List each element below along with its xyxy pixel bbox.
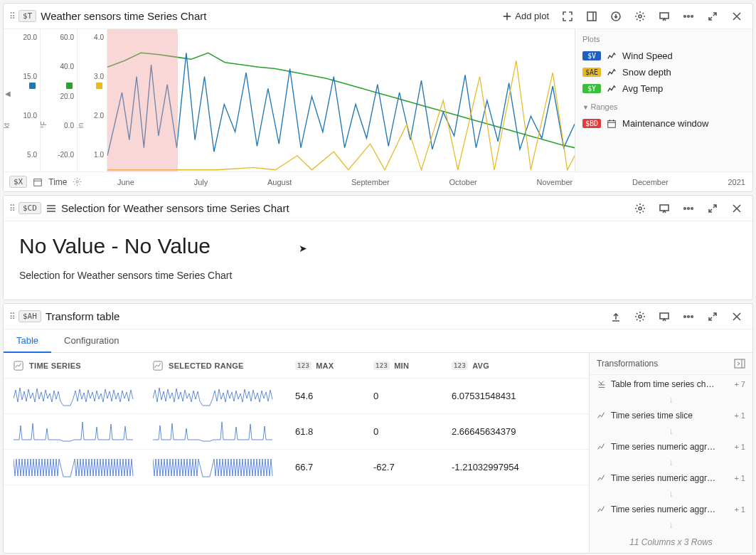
x-var-badge: $X (9, 176, 27, 188)
table-row[interactable]: 61.8 0 2.66645634379 (4, 414, 589, 450)
plus-icon (502, 11, 512, 21)
col-header-selected[interactable]: SELECTED RANGE (153, 361, 295, 371)
fit-icon[interactable] (558, 6, 577, 26)
svg-point-23 (639, 315, 641, 318)
cell-min: -62.7 (373, 462, 452, 472)
selection-title: Selection for Weather sensors time Serie… (61, 202, 289, 214)
transformation-count: + 7 (734, 380, 745, 388)
selection-body: No Value - No Value Selection for Weathe… (4, 221, 752, 300)
transformation-count: + 1 (734, 474, 745, 482)
y-axis-f: 60.0 40.0 20.0 0.0 -20.0 °F (41, 29, 78, 171)
sparkline (153, 384, 274, 408)
transformation-item[interactable]: Time series numeric aggr… + 1 (590, 469, 752, 487)
table-row[interactable]: 66.7 -62.7 -1.21032997954 (4, 450, 589, 485)
side-panel-icon[interactable] (582, 6, 602, 26)
svg-point-18 (639, 207, 641, 210)
line-chart-icon (607, 51, 617, 61)
svg-rect-12 (34, 179, 42, 186)
gear-icon[interactable] (73, 177, 82, 186)
transformation-item[interactable]: Time series numeric aggr… + 1 (590, 500, 752, 519)
cell-min: 0 (373, 426, 452, 437)
plots-legend-panel: Plots $V Wind Speed $AE Snow depth $Y Av… (575, 29, 752, 171)
x-tick: 2021 (728, 178, 745, 186)
x-tick: September (351, 178, 390, 186)
present-icon[interactable] (654, 307, 674, 327)
chart-title: Weather sensors time Series Chart (41, 10, 206, 22)
transformation-count: + 1 (734, 505, 745, 514)
add-plot-button[interactable]: Add plot (498, 11, 553, 21)
col-header-label: SELECTED RANGE (169, 361, 244, 370)
transformations-summary: 11 Columns x 3 Rows (590, 532, 752, 553)
plot-legend-item[interactable]: $AE Snow depth (582, 64, 745, 80)
ranges-header[interactable]: ▼ Ranges (582, 102, 745, 111)
arrow-down-icon: ↓ (590, 487, 752, 500)
plot-label: Wind Speed (622, 51, 673, 61)
transformation-item[interactable]: Time series numeric aggr… + 1 (590, 438, 752, 456)
col-header-min[interactable]: 123MIN (373, 361, 452, 370)
selection-panel: ⠿ $CD Selection for Weather sensors time… (3, 195, 753, 300)
more-icon[interactable] (678, 199, 698, 218)
transform-grid: TIME SERIES SELECTED RANGE 123MAX 123MIN… (4, 353, 589, 553)
y-axis-in: 4.0 3.0 2.0 1.0 in (78, 29, 107, 171)
plot-legend-item[interactable]: $V Wind Speed (582, 48, 745, 64)
svg-rect-0 (587, 12, 596, 21)
x-axis-label: Time (48, 177, 67, 187)
x-ticks: June July August September October Novem… (117, 178, 745, 186)
tab-configuration[interactable]: Configuration (51, 329, 132, 352)
y-tick: 20.0 (41, 92, 74, 100)
cell-max: 66.7 (295, 462, 373, 472)
download-icon[interactable] (606, 6, 626, 26)
svg-point-7 (691, 15, 693, 17)
cell-avg: 6.07531548431 (452, 391, 589, 401)
col-header-avg[interactable]: 123AVG (452, 361, 589, 370)
gear-icon[interactable] (630, 199, 650, 218)
y-tick: 2.0 (78, 112, 104, 120)
axis-swatch (96, 83, 102, 89)
gear-icon[interactable] (630, 307, 650, 327)
upload-icon[interactable] (606, 307, 626, 327)
table-row[interactable]: 54.6 0 6.07531548431 (4, 379, 589, 414)
more-icon[interactable] (678, 6, 698, 26)
transformation-item[interactable]: Table from time series ch… + 7 (590, 375, 752, 393)
drag-handle-icon[interactable]: ⠿ (9, 312, 14, 322)
y-tick: 20.0 (4, 33, 37, 41)
sparkline (14, 384, 134, 408)
more-icon[interactable] (678, 307, 698, 327)
drag-handle-icon[interactable]: ⠿ (9, 204, 14, 213)
transform-var-badge: $AH (18, 310, 41, 322)
y-unit: in (77, 123, 85, 129)
mouse-cursor-icon: ➤ (299, 243, 307, 254)
col-header-max[interactable]: 123MAX (295, 361, 373, 370)
close-icon[interactable] (727, 199, 747, 218)
chart-panel: ⠿ $T Weather sensors time Series Chart A… (3, 3, 753, 192)
transformation-item[interactable]: Time series time slice + 1 (590, 406, 752, 425)
line-chart-icon (597, 504, 607, 514)
expand-icon[interactable] (703, 307, 723, 327)
line-chart-icon (607, 68, 617, 78)
x-tick: June (117, 178, 134, 186)
range-legend-item[interactable]: $BD Maintenance window (582, 115, 745, 132)
transform-title: Transform table (46, 310, 119, 322)
expand-icon[interactable] (703, 199, 723, 218)
add-plot-label: Add plot (515, 11, 549, 21)
line-chart-icon (597, 442, 607, 452)
panel-toggle-icon[interactable] (734, 359, 745, 369)
plot-label: Avg Temp (622, 83, 663, 94)
transformation-count: + 1 (734, 411, 745, 420)
close-icon[interactable] (727, 6, 747, 26)
svg-point-14 (76, 181, 78, 183)
calendar-icon (607, 119, 617, 129)
cell-min: 0 (373, 391, 452, 401)
chart-plot-area[interactable] (107, 29, 575, 171)
gear-icon[interactable] (630, 6, 650, 26)
plot-legend-item[interactable]: $Y Avg Temp (582, 80, 745, 97)
tab-table[interactable]: Table (4, 329, 51, 353)
close-icon[interactable] (727, 307, 747, 327)
drag-handle-icon[interactable]: ⠿ (9, 11, 14, 21)
present-icon[interactable] (654, 199, 674, 218)
chart-body: ◀ 20.0 15.0 10.0 5.0 kt 60.0 40.0 20.0 0… (4, 29, 752, 171)
col-header-timeseries[interactable]: TIME SERIES (4, 361, 153, 371)
type-badge: 123 (452, 361, 468, 370)
present-icon[interactable] (654, 6, 674, 26)
expand-icon[interactable] (703, 6, 723, 26)
